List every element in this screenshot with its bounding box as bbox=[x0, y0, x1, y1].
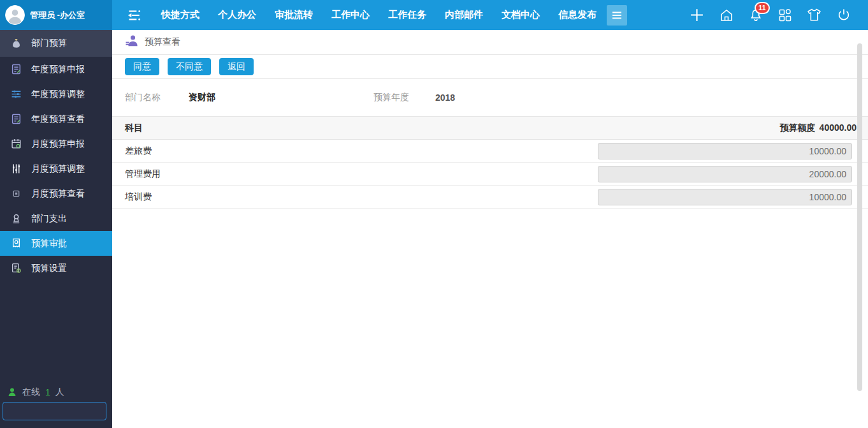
online-unit: 人 bbox=[55, 387, 64, 398]
sidebar-item-label: 月度预算调整 bbox=[31, 163, 85, 175]
money-bag-icon bbox=[11, 38, 22, 49]
nav-item-approval-flow[interactable]: 审批流转 bbox=[275, 9, 313, 21]
sidebar-item-label: 月度预算查看 bbox=[31, 188, 85, 200]
topbar: 管理员 -办公室 快捷方式 个人办公 审批流转 工作中心 工作任务 内部邮件 文… bbox=[0, 0, 868, 30]
budget-quota: 预算额度 40000.00 bbox=[780, 122, 857, 134]
user-avatar[interactable] bbox=[5, 5, 25, 25]
sidebar-item-label: 月度预算申报 bbox=[31, 138, 85, 150]
subject-name: 差旅费 bbox=[125, 145, 152, 157]
sidebar-searchbox bbox=[3, 402, 106, 420]
sidebar-item-annual-budget-adjust[interactable]: 年度预算调整 bbox=[0, 82, 112, 107]
sidebar-item-annual-budget-view[interactable]: 年度预算查看 bbox=[0, 107, 112, 131]
department-name-label: 部门名称 bbox=[125, 92, 189, 103]
sidebar-item-label: 预算审批 bbox=[31, 238, 67, 249]
sidebar-item-label: 年度预算调整 bbox=[31, 89, 85, 100]
sidebar-item-budget-approval[interactable]: 预算审批 bbox=[0, 231, 112, 256]
monthly-declare-calendar-icon bbox=[11, 138, 22, 149]
sidebar-item-label: 部门支出 bbox=[31, 213, 67, 225]
sidebar-item-budget-settings[interactable]: 预算设置 bbox=[0, 256, 112, 281]
sliders-vertical-icon bbox=[11, 163, 22, 174]
sidebar-item-label: 预算设置 bbox=[31, 263, 67, 274]
sidebar-item-label: 部门预算 bbox=[31, 38, 67, 49]
nav-item-shortcuts[interactable]: 快捷方式 bbox=[161, 9, 199, 21]
budget-info-row: 部门名称 资财部 预算年度 2018 bbox=[112, 79, 868, 117]
collapse-menu-icon[interactable] bbox=[125, 8, 143, 23]
sidebar-item-department-expense[interactable]: 部门支出 bbox=[0, 206, 112, 231]
online-count: 1 bbox=[45, 387, 50, 397]
amount-input[interactable] bbox=[598, 143, 852, 159]
subject-name: 培训费 bbox=[125, 191, 152, 203]
amount-input[interactable] bbox=[598, 166, 852, 182]
budget-year-label: 预算年度 bbox=[373, 92, 435, 103]
nav-item-personal-office[interactable]: 个人办公 bbox=[218, 9, 256, 21]
main-content: 预算查看 同意 不同意 返回 部门名称 资财部 预算年度 2018 科目 预算额… bbox=[112, 30, 868, 428]
theme-shirt-icon[interactable] bbox=[806, 7, 822, 23]
power-icon[interactable] bbox=[835, 7, 851, 23]
notifications-bell-icon[interactable]: 11 bbox=[748, 7, 763, 23]
budget-quota-label: 预算额度 bbox=[780, 122, 816, 134]
apps-grid-icon[interactable] bbox=[777, 7, 793, 23]
nav-item-document-center[interactable]: 文档中心 bbox=[502, 9, 540, 21]
sidebar-item-annual-budget-declare[interactable]: 年度预算申报 bbox=[0, 57, 112, 82]
nav-item-work-center[interactable]: 工作中心 bbox=[331, 9, 370, 21]
monthly-view-icon bbox=[11, 188, 22, 199]
sidebar-item-label: 年度预算查看 bbox=[31, 114, 85, 125]
user-area[interactable]: 管理员 -办公室 bbox=[0, 0, 112, 30]
nav-item-internal-mail[interactable]: 内部邮件 bbox=[445, 9, 483, 21]
page-titlebar: 预算查看 bbox=[112, 30, 868, 55]
sidebar-item-department-budget[interactable]: 部门预算 bbox=[0, 30, 112, 57]
home-icon[interactable] bbox=[718, 7, 734, 23]
top-navigation: 快捷方式 个人办公 审批流转 工作中心 工作任务 内部邮件 文档中心 信息发布 bbox=[112, 0, 627, 30]
topbar-right-icons: 11 bbox=[689, 7, 868, 23]
sidebar: 部门预算 年度预算申报 年度预算调整 年度预算查看 月度预算申报 bbox=[0, 30, 112, 428]
nav-item-info-publish[interactable]: 信息发布 bbox=[558, 9, 597, 21]
budget-approval-receipt-icon bbox=[11, 238, 22, 249]
table-row: 管理费用 bbox=[112, 163, 868, 186]
agree-button[interactable]: 同意 bbox=[125, 58, 159, 75]
table-row: 差旅费 bbox=[112, 140, 868, 163]
sidebar-item-label: 年度预算申报 bbox=[31, 64, 85, 75]
budget-view-person-icon bbox=[125, 34, 139, 50]
subject-column-header: 科目 bbox=[125, 122, 143, 134]
sidebar-item-monthly-budget-adjust[interactable]: 月度预算调整 bbox=[0, 156, 112, 181]
disagree-button[interactable]: 不同意 bbox=[168, 58, 211, 75]
user-name: 管理员 -办公室 bbox=[30, 10, 85, 21]
budget-quota-value: 40000.00 bbox=[820, 122, 857, 134]
budget-settings-icon bbox=[11, 263, 22, 274]
annual-declare-form-icon bbox=[11, 64, 22, 75]
nav-item-work-tasks[interactable]: 工作任务 bbox=[388, 9, 426, 21]
action-button-bar: 同意 不同意 返回 bbox=[112, 55, 868, 79]
vertical-scrollbar[interactable] bbox=[857, 43, 862, 391]
add-icon[interactable] bbox=[689, 7, 705, 23]
page-title: 预算查看 bbox=[145, 36, 180, 48]
online-label: 在线 bbox=[22, 387, 40, 398]
sidebar-item-monthly-budget-view[interactable]: 月度预算查看 bbox=[0, 181, 112, 206]
more-menu-icon[interactable] bbox=[607, 5, 627, 26]
app-window: 管理员 -办公室 快捷方式 个人办公 审批流转 工作中心 工作任务 内部邮件 文… bbox=[0, 0, 868, 428]
notification-badge: 11 bbox=[755, 2, 770, 14]
table-row: 培训费 bbox=[112, 186, 868, 209]
amount-input[interactable] bbox=[598, 189, 852, 205]
annual-view-form-icon bbox=[11, 114, 22, 124]
department-name-value: 资财部 bbox=[189, 92, 373, 103]
online-status: 在线 1 人 bbox=[6, 387, 64, 398]
sidebar-item-monthly-budget-declare[interactable]: 月度预算申报 bbox=[0, 131, 112, 156]
budget-year-value: 2018 bbox=[435, 92, 455, 103]
subject-table-header: 科目 预算额度 40000.00 bbox=[112, 117, 868, 140]
online-user-icon bbox=[6, 387, 17, 398]
back-button[interactable]: 返回 bbox=[219, 58, 254, 75]
sidebar-search-input[interactable] bbox=[3, 402, 123, 420]
sliders-horizontal-icon bbox=[11, 89, 22, 100]
dept-expense-stamp-icon bbox=[11, 213, 22, 224]
subject-name: 管理费用 bbox=[125, 168, 161, 180]
